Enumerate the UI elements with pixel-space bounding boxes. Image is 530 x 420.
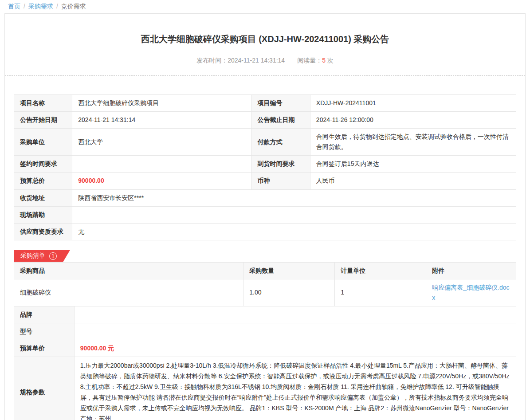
product-quantity: 1.00 [243, 279, 335, 306]
table-row: 细胞破碎仪 1.00 1 响应偏离表_细胞破碎仪.docx [14, 279, 516, 306]
column-header-product: 采购商品 [14, 262, 243, 279]
table-row: 预算单价 90000.00 元 [14, 340, 516, 357]
breadcrumb-current: 竞价需求 [61, 3, 86, 10]
field-label: 型号 [14, 323, 75, 340]
field-value: 2024-11-21 14:31:14 [72, 112, 251, 129]
spec-parameters-text: 1.压力最大2000bar或30000psi 2.处理量3-10L/h 3.低温… [74, 357, 516, 420]
field-label: 预算总价 [14, 173, 72, 189]
breadcrumb: 首页/采购需求/竞价需求 [0, 0, 530, 13]
table-row: 供应商资质要求 无 [14, 223, 516, 240]
field-label: 签约时间要求 [14, 156, 72, 173]
field-value: 西北大学 [72, 129, 251, 156]
field-label: 收货地址 [14, 189, 72, 206]
field-label: 规格参数 [14, 357, 75, 420]
publish-time-label: 发布时间： [196, 57, 228, 64]
table-row: 收货地址 陕西省西安市长安区**** [14, 189, 516, 206]
column-header-quantity: 采购数量 [243, 262, 335, 279]
product-unit: 1 [335, 279, 426, 306]
field-label: 项目名称 [14, 95, 72, 112]
table-row: 型号 [14, 323, 516, 340]
field-label: 币种 [251, 173, 310, 189]
field-value [72, 156, 251, 173]
table-row: 现场踏勘 [14, 206, 516, 223]
brand-value [74, 306, 516, 323]
unit-budget-price: 90000.00 元 [74, 340, 516, 357]
field-label: 品牌 [14, 306, 75, 323]
table-row: 公告开始日期 2024-11-21 14:31:14 公告截止日期 2024-1… [14, 112, 516, 129]
breadcrumb-separator: / [24, 3, 25, 10]
purchase-list-count-badge: 1 [49, 252, 57, 260]
field-label: 项目编号 [251, 95, 310, 112]
field-value: 西北大学细胞破碎仪采购项目 [72, 95, 251, 112]
publish-info: 发布时间：2024-11-21 14:31:14阅读量：5 次 [5, 57, 525, 76]
purchase-list-tab-label: 采购清单 [20, 252, 45, 260]
field-value: 2024-11-26 12:00:00 [310, 112, 516, 129]
read-count-unit: 次 [327, 57, 334, 64]
product-name: 细胞破碎仪 [14, 279, 243, 306]
field-label: 公告开始日期 [14, 112, 72, 129]
page-title: 西北大学细胞破碎仪采购项目 (XDJJ-HW-202411001) 采购公告 [5, 33, 525, 45]
field-label: 预算单价 [14, 340, 75, 357]
table-row: 预算总价 90000.00 币种 人民币 [14, 173, 516, 189]
field-label: 到货时间要求 [251, 156, 310, 173]
field-label: 供应商资质要求 [14, 223, 72, 240]
table-row: 规格参数 1.压力最大2000bar或30000psi 2.处理量3-10L/h… [14, 357, 516, 420]
field-label: 现场踏勘 [14, 206, 72, 223]
column-header-attachment: 附件 [426, 262, 516, 279]
field-value: 合同生效后，待货物到达指定地点、安装调试验收合格后，一次性付清合同货款。 [310, 129, 516, 156]
model-value [74, 323, 516, 340]
field-value: XDJJ-HW-202411001 [310, 95, 516, 112]
tab-purchase-list[interactable]: 采购清单 1 [14, 250, 70, 262]
breadcrumb-purchase-demand-link[interactable]: 采购需求 [28, 3, 53, 10]
breadcrumb-separator: / [56, 3, 58, 10]
field-label: 公告截止日期 [251, 112, 310, 129]
read-count-label: 阅读量： [297, 57, 322, 64]
table-row: 项目名称 西北大学细胞破碎仪采购项目 项目编号 XDJJ-HW-20241100… [14, 95, 516, 112]
field-value: 人民币 [310, 173, 516, 189]
field-value: 陕西省西安市长安区**** [72, 189, 516, 206]
budget-total-value: 90000.00 [72, 173, 251, 189]
table-row: 品牌 [14, 306, 516, 323]
announcement-card: 西北大学细胞破碎仪采购项目 (XDJJ-HW-202411001) 采购公告 发… [4, 13, 526, 420]
field-value [72, 206, 516, 223]
product-detail-table: 品牌 型号 预算单价 90000.00 元 规格参数 1.压力最大2000bar… [14, 306, 516, 420]
table-row: 签约时间要求 到货时间要求 合同签订后15天内送达 [14, 156, 516, 173]
table-header-row: 采购商品 采购数量 计量单位 附件 [14, 262, 516, 279]
breadcrumb-home-link[interactable]: 首页 [8, 3, 20, 10]
read-count-value: 5 [322, 57, 326, 64]
field-value: 无 [72, 223, 516, 240]
purchase-items-table: 采购商品 采购数量 计量单位 附件 细胞破碎仪 1.00 1 响应偏离表_细胞破… [14, 262, 516, 306]
table-row: 采购单位 西北大学 付款方式 合同生效后，待货物到达指定地点、安装调试验收合格后… [14, 129, 516, 156]
field-value: 合同签订后15天内送达 [310, 156, 516, 173]
field-label: 采购单位 [14, 129, 72, 156]
attachment-link[interactable]: 响应偏离表_细胞破碎仪.docx [432, 284, 509, 301]
column-header-unit: 计量单位 [335, 262, 426, 279]
project-info-table: 项目名称 西北大学细胞破碎仪采购项目 项目编号 XDJJ-HW-20241100… [14, 94, 516, 240]
publish-time-value: 2024-11-21 14:31:14 [228, 57, 285, 64]
field-label: 付款方式 [251, 129, 310, 156]
